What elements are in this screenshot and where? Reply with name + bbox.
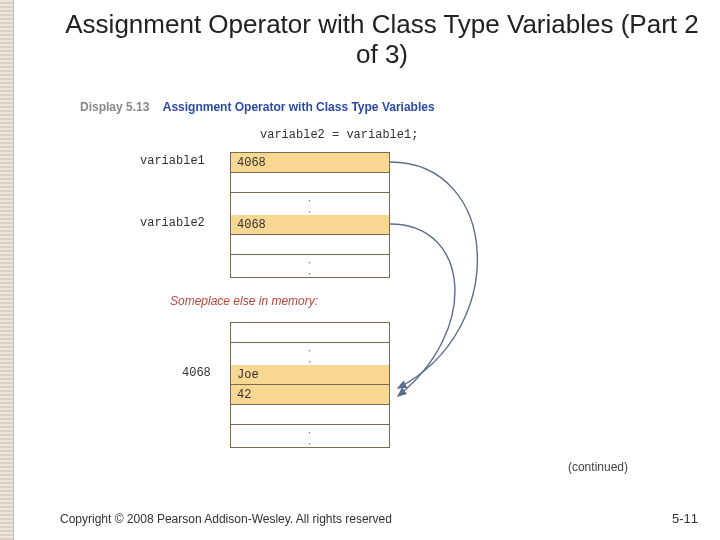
caption-text: Assignment Operator with Class Type Vari…: [163, 100, 435, 114]
code-statement: variable2 = variable1;: [260, 128, 418, 142]
heap-memory-block: ·· Joe 42 ··: [230, 322, 390, 448]
variable2-label: variable2: [140, 216, 205, 230]
empty-cell: [231, 405, 389, 425]
binding-edge: [0, 0, 14, 540]
variable1-label: variable1: [140, 154, 205, 168]
someplace-label: Someplace else in memory:: [170, 294, 318, 308]
ellipsis-icon: ··: [231, 425, 389, 447]
object-name-cell: Joe: [231, 365, 389, 385]
object-age-cell: 42: [231, 385, 389, 405]
ellipsis-icon: ··: [231, 343, 389, 365]
stack-memory-block: 4068 ·· 4068 ··: [230, 152, 390, 278]
variable2-cell: 4068: [231, 215, 389, 235]
slide: Assignment Operator with Class Type Vari…: [0, 0, 720, 540]
ellipsis-icon: ··: [231, 193, 389, 215]
variable1-cell: 4068: [231, 153, 389, 173]
empty-cell: [231, 235, 389, 255]
copyright-text: Copyright © 2008 Pearson Addison-Wesley.…: [60, 512, 392, 526]
figure: Display 5.13 Assignment Operator with Cl…: [80, 100, 640, 480]
figure-caption: Display 5.13 Assignment Operator with Cl…: [80, 100, 640, 114]
heap-address-label: 4068: [182, 366, 211, 380]
continued-label: (continued): [568, 460, 628, 474]
empty-cell: [231, 323, 389, 343]
ellipsis-icon: ··: [231, 255, 389, 277]
empty-cell: [231, 173, 389, 193]
page-number: 5-11: [672, 511, 698, 526]
display-number: Display 5.13: [80, 100, 149, 114]
slide-title: Assignment Operator with Class Type Vari…: [52, 10, 712, 70]
